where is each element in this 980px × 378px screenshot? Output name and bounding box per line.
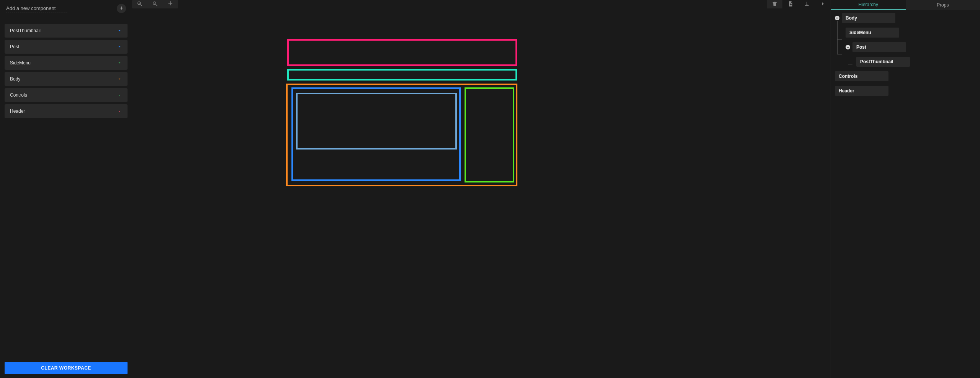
app-root: PostThumbnail Post SideMenu Body: [0, 0, 980, 378]
add-component-input[interactable]: [6, 4, 67, 13]
plus-icon: [119, 5, 124, 12]
delete-button[interactable]: [767, 0, 782, 8]
component-label: PostThumbnail: [10, 28, 41, 33]
canvas[interactable]: [132, 8, 821, 315]
component-label: Body: [10, 76, 20, 82]
move-button[interactable]: [163, 0, 178, 8]
chevron-down-icon: [117, 76, 122, 82]
download-button[interactable]: [799, 0, 815, 8]
chevron-down-icon: [117, 60, 122, 66]
component-label: Controls: [10, 92, 27, 98]
component-list: PostThumbnail Post SideMenu Body: [5, 24, 128, 118]
canvas-box-controls[interactable]: [287, 69, 517, 81]
chevron-down-icon: [117, 108, 122, 114]
add-component-row: [5, 4, 128, 13]
zoom-in-icon: [137, 1, 143, 8]
toolbar-right-group: [767, 0, 831, 8]
toolbar-left-group: [132, 0, 178, 8]
chevron-down-icon: [117, 44, 122, 49]
toolbar-spacer: [178, 0, 767, 8]
component-item-post[interactable]: Post: [5, 40, 128, 54]
component-item-sidemenu[interactable]: SideMenu: [5, 56, 128, 70]
component-label: Post: [10, 44, 19, 49]
left-panel: PostThumbnail Post SideMenu Body: [0, 0, 132, 378]
canvas-box-sidemenu[interactable]: [465, 87, 514, 182]
canvas-toolbar: [132, 0, 831, 8]
component-item-body[interactable]: Body: [5, 72, 128, 86]
collapse-button[interactable]: [815, 0, 831, 8]
tree-node-post[interactable]: Post: [852, 42, 906, 52]
chevron-right-icon: [820, 1, 826, 8]
canvas-box-postthumbnail[interactable]: [296, 93, 457, 150]
tree-node-header[interactable]: Header: [835, 86, 888, 96]
component-item-header[interactable]: Header: [5, 104, 128, 118]
clear-workspace-button[interactable]: CLEAR WORKSPACE: [5, 362, 128, 374]
tree-node-body[interactable]: Body: [842, 13, 895, 23]
right-tabs: Hierarchy Props: [831, 0, 980, 10]
canvas-box-header[interactable]: [287, 39, 517, 66]
tree-row-body: Body: [835, 13, 976, 23]
tree-row-sidemenu: SideMenu: [846, 28, 976, 38]
download-icon: [804, 1, 810, 8]
trash-icon: [772, 1, 778, 8]
move-icon: [167, 1, 173, 8]
tree-row-postthumbnail: PostThumbnail: [856, 57, 976, 67]
tree-node-sidemenu[interactable]: SideMenu: [846, 28, 899, 38]
chevron-down-icon: [117, 92, 122, 98]
tree-toggle-icon[interactable]: [835, 16, 839, 20]
zoom-out-button[interactable]: [147, 0, 163, 8]
tree-row-post: Post: [846, 42, 976, 52]
tree-node-controls[interactable]: Controls: [835, 71, 888, 81]
zoom-in-button[interactable]: [132, 0, 147, 8]
tree-row-header: Header: [835, 86, 976, 96]
component-item-controls[interactable]: Controls: [5, 88, 128, 102]
tree-node-postthumbnail[interactable]: PostThumbnail: [856, 57, 910, 67]
right-panel: Hierarchy Props Body SideMenu Post PostT…: [831, 0, 980, 378]
component-label: SideMenu: [10, 60, 31, 66]
canvas-scroll[interactable]: [132, 8, 831, 378]
add-component-button[interactable]: [117, 4, 126, 13]
center-panel: [132, 0, 831, 378]
zoom-out-icon: [152, 1, 158, 8]
hierarchy-tree: Body SideMenu Post PostThumbnail Control…: [831, 10, 980, 104]
new-button[interactable]: [783, 0, 798, 8]
component-item-postthumbnail[interactable]: PostThumbnail: [5, 24, 128, 38]
note-add-icon: [788, 1, 794, 8]
tree-connector: [848, 50, 852, 64]
chevron-down-icon: [117, 28, 122, 33]
tree-row-controls: Controls: [835, 71, 976, 81]
tab-hierarchy[interactable]: Hierarchy: [831, 0, 906, 10]
tab-props[interactable]: Props: [906, 0, 980, 10]
component-label: Header: [10, 108, 25, 114]
tree-connector: [837, 21, 842, 40]
tree-toggle-icon[interactable]: [846, 45, 850, 49]
